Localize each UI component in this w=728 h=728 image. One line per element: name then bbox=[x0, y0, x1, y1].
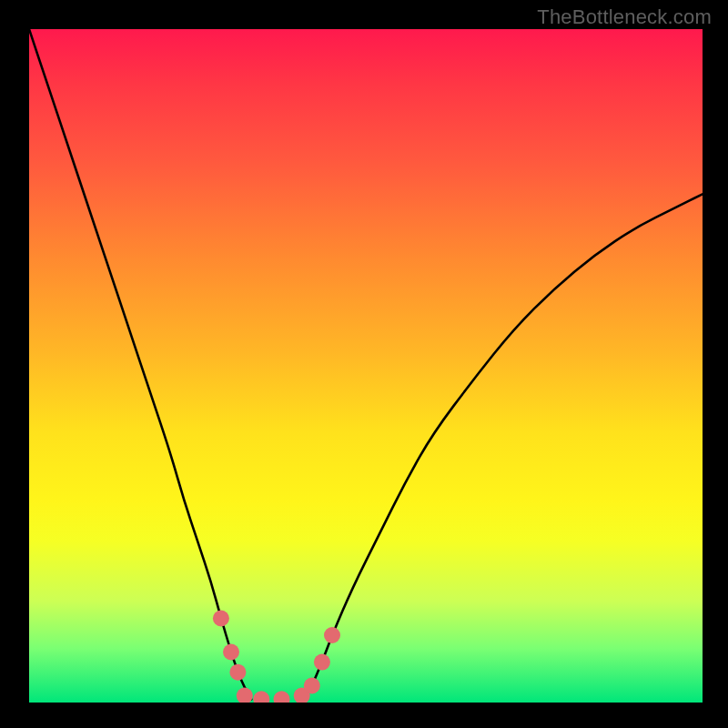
marker-dots-left-branch bbox=[229, 664, 246, 681]
series-curve-left bbox=[29, 29, 251, 699]
marker-dots-left-branch bbox=[223, 644, 239, 661]
marker-dots-right-branch bbox=[304, 678, 320, 694]
watermark-text: TheBottleneck.com bbox=[537, 5, 712, 29]
marker-dots-bottom bbox=[237, 688, 253, 703]
chart-stage: TheBottleneck.com bbox=[0, 0, 728, 728]
marker-dots-right-branch bbox=[324, 627, 340, 643]
marker-dots-left-branch bbox=[213, 611, 229, 627]
marker-dots-right-branch bbox=[314, 654, 330, 671]
series-curve-right bbox=[305, 194, 703, 699]
plot-area bbox=[29, 29, 703, 703]
marker-dots-bottom bbox=[253, 691, 269, 703]
marker-dots-bottom bbox=[274, 691, 290, 703]
chart-overlay bbox=[29, 29, 703, 703]
